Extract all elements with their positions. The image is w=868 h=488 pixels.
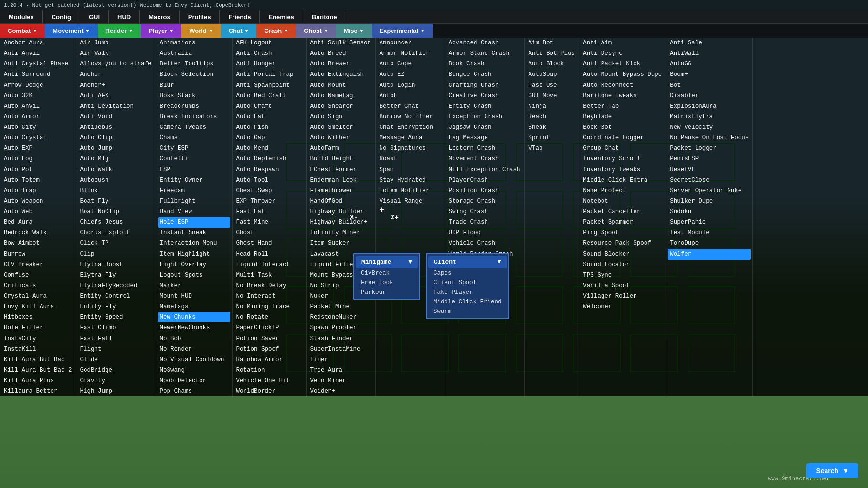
item-shulker-dupe[interactable]: Shulker Dupe [668, 196, 751, 207]
item-secret-close[interactable]: SecretClose [668, 175, 751, 186]
item-welcomer[interactable]: Welcomer [581, 301, 664, 312]
item-tree-aura[interactable]: Tree Aura [308, 365, 373, 375]
item-toro-dupe[interactable]: ToroDupe [668, 238, 751, 249]
item-boom-plus[interactable]: Boom+ [668, 69, 751, 80]
item-elytra-fly[interactable]: Elytra Fly [78, 270, 154, 280]
item-auto-32k[interactable]: Auto 32K [2, 91, 74, 101]
item-anchor-plus[interactable]: Anchor+ [78, 80, 154, 91]
item-click-tp[interactable]: Click TP [78, 238, 154, 249]
item-penisesp[interactable]: PenisESP [668, 154, 751, 164]
item-fast-mine[interactable]: Fast Mine [234, 217, 304, 228]
item-glide[interactable]: Glide [78, 354, 154, 365]
tab-baritone[interactable]: Baritone [303, 10, 346, 23]
item-auto-brewer[interactable]: Auto Brewer [308, 59, 373, 69]
item-test-module[interactable]: Test Module [668, 228, 751, 238]
item-auto-sign[interactable]: Auto Sign [308, 112, 373, 122]
item-item-sucker[interactable]: Item Sucker [308, 238, 373, 249]
item-autosoup[interactable]: AutoSoup [527, 69, 577, 80]
item-kill-aura-plus[interactable]: Kill Aura Plus [2, 375, 74, 386]
client-item-fake-player[interactable]: Fake Player [427, 288, 508, 297]
minigame-item-parkour[interactable]: Parkour [354, 288, 419, 297]
tab-macros[interactable]: Macros [140, 10, 180, 23]
item-ninja[interactable]: Ninja [527, 101, 577, 112]
item-paper-click-tp[interactable]: PaperClickTP [234, 322, 304, 333]
item-super-insta-mine[interactable]: SuperInstaMine [308, 344, 373, 354]
item-godbridge[interactable]: GodBridge [78, 365, 154, 375]
item-anti-afk[interactable]: Anti AFK [78, 91, 154, 101]
item-burrow[interactable]: Burrow [2, 249, 74, 260]
item-auto-fish[interactable]: Auto Fish [234, 122, 304, 133]
item-auto-jump[interactable]: Auto Jump [78, 143, 154, 154]
item-anti-crystal-phase[interactable]: Anti Crystal Phase [2, 59, 74, 69]
item-anti-spawnpoint[interactable]: Anti Spawnpoint [234, 80, 304, 91]
client-button[interactable]: Client ▼ [428, 256, 507, 268]
item-no-signatures[interactable]: No Signatures [378, 143, 443, 154]
item-auto-mend[interactable]: Auto Mend [234, 143, 304, 154]
tab-enemies[interactable]: Enemies [260, 10, 303, 23]
item-coordinate-logger[interactable]: Coordinate Logger [581, 133, 664, 143]
item-voider-plus[interactable]: Voider+ [308, 386, 373, 396]
item-auto-tool[interactable]: Auto Tool [234, 175, 304, 186]
item-super-panic[interactable]: SuperPanic [668, 217, 751, 228]
item-bedrock-walk[interactable]: Bedrock Walk [2, 228, 74, 238]
item-ping-spoof[interactable]: Ping Spoof [581, 228, 664, 238]
item-anchor-aura[interactable]: Anchor Aura [2, 38, 74, 48]
item-antijebus[interactable]: AntiJebus [78, 122, 154, 133]
item-sound-blocker[interactable]: Sound Blocker [581, 249, 664, 260]
item-potion-spoof[interactable]: Potion Spoof [234, 344, 304, 354]
item-auto-clip[interactable]: Auto Clip [78, 133, 154, 143]
item-anti-crash[interactable]: Anti Crash [234, 48, 304, 59]
item-no-mining-trace[interactable]: No Mining Trace [234, 301, 304, 312]
item-head-roll[interactable]: Head Roll [234, 249, 304, 260]
item-auto-login[interactable]: Auto Login [378, 80, 443, 91]
item-elytra-fly-recoded[interactable]: ElytraFlyRecoded [78, 280, 154, 291]
item-storage-crash[interactable]: Storage Crash [447, 196, 522, 207]
item-auto-replenish[interactable]: Auto Replenish [234, 154, 304, 164]
item-cev-breaker[interactable]: CEV Breaker [2, 260, 74, 270]
item-worldborder[interactable]: WorldBorder [234, 386, 304, 396]
item-esp[interactable]: ESP [158, 165, 230, 175]
item-bed-aura[interactable]: Bed Aura [2, 217, 74, 228]
item-packet-canceller[interactable]: Packet Canceller [581, 207, 664, 217]
cat-ghost[interactable]: Ghost ▼ [296, 24, 336, 38]
item-matrix-elytra[interactable]: MatrixElytra [668, 112, 751, 122]
item-boat-fly[interactable]: Boat Fly [78, 196, 154, 207]
item-boat-noclip[interactable]: Boat NoClip [78, 207, 154, 217]
item-playercrash[interactable]: PlayerCrash [447, 175, 522, 186]
item-item-highlight[interactable]: Item Highlight [158, 249, 230, 260]
item-timer[interactable]: Timer [308, 354, 373, 365]
item-multi-task[interactable]: Multi Task [234, 270, 304, 280]
item-better-tooltips[interactable]: Better Tooltips [158, 59, 230, 69]
item-afk-logout[interactable]: AFK Logout [234, 38, 304, 48]
item-auto-totem[interactable]: Auto Totem [2, 175, 74, 186]
item-roast[interactable]: Roast [378, 154, 443, 164]
item-auto-city[interactable]: Auto City [2, 122, 74, 133]
cat-crash[interactable]: Crash ▼ [256, 24, 296, 38]
item-enderman-look[interactable]: Enderman Look [308, 175, 373, 186]
item-auto-shearer[interactable]: Auto Shearer [308, 101, 373, 112]
item-auto-gap[interactable]: Auto Gap [234, 133, 304, 143]
item-reach[interactable]: Reach [527, 112, 577, 122]
item-better-chat[interactable]: Better Chat [378, 101, 443, 112]
item-bow-aimbot[interactable]: Bow Aimbot [2, 238, 74, 249]
item-kill-aura-bad2[interactable]: Kill Aura But Bad 2 [2, 365, 74, 375]
item-fullbright[interactable]: Fullbright [158, 196, 230, 207]
item-armor-notifier[interactable]: Armor Notifier [378, 48, 443, 59]
item-city-esp[interactable]: City ESP [158, 143, 230, 154]
item-no-interact[interactable]: No Interact [234, 291, 304, 301]
item-handofgod[interactable]: HandOfGod [308, 196, 373, 207]
item-entity-control[interactable]: Entity Control [78, 291, 154, 301]
item-anti-aim[interactable]: Anti Aim [581, 38, 664, 48]
item-book-crash[interactable]: Book Crash [447, 59, 522, 69]
item-autopush[interactable]: Autopush [78, 175, 154, 186]
item-high-jump[interactable]: High Jump [78, 386, 154, 396]
item-rotation[interactable]: Rotation [234, 365, 304, 375]
item-fast-fall[interactable]: Fast Fall [78, 333, 154, 344]
item-totem-notifier[interactable]: Totem Notifier [378, 186, 443, 196]
item-book-bot[interactable]: Book Bot [581, 122, 664, 133]
item-auto-breed[interactable]: Auto Breed [308, 48, 373, 59]
item-rainbow-armor[interactable]: Rainbow Armor [234, 354, 304, 365]
item-auto-weapon[interactable]: Auto Weapon [2, 196, 74, 207]
item-entity-owner[interactable]: Entity Owner [158, 175, 230, 186]
item-auto-armor[interactable]: Auto Armor [2, 112, 74, 122]
